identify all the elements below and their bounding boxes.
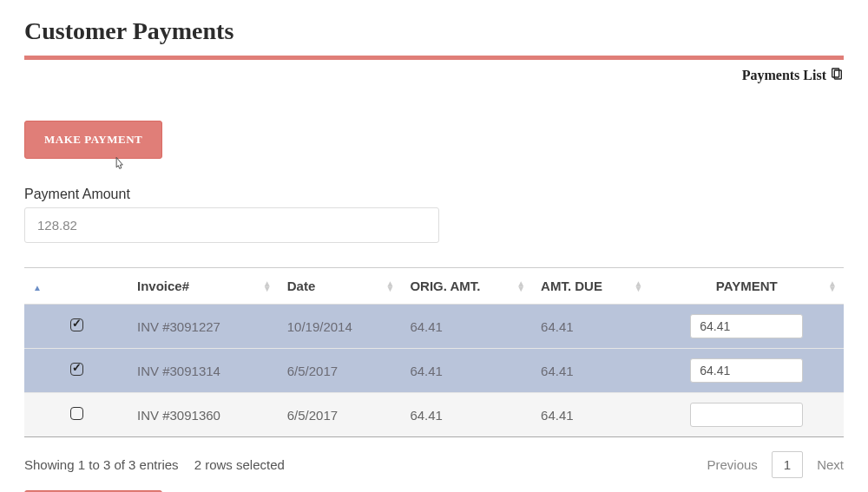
cell-invoice: INV #3091360 [128,393,279,437]
cell-orig_amt: 64.41 [401,349,532,393]
checkbox-cell [24,393,128,437]
checkbox-cell [24,349,128,393]
table-footer: Showing 1 to 3 of 3 entries 2 rows selec… [24,451,844,478]
invoice-table: ▲ Invoice# ▲▼ Date ▲▼ ORIG. AMT. ▲▼ AMT.… [24,268,844,436]
previous-button[interactable]: Previous [707,457,757,472]
cell-payment [649,349,844,393]
payments-list-label: Payments List [742,68,826,83]
col-invoice[interactable]: Invoice# ▲▼ [128,268,279,305]
sort-icon: ▲▼ [386,281,395,292]
cell-date: 6/5/2017 [279,349,402,393]
sort-asc-icon: ▲ [33,283,42,292]
cell-orig_amt: 64.41 [401,393,532,437]
sort-icon: ▲▼ [516,281,525,292]
cell-amt_due: 64.41 [532,305,649,349]
sort-icon: ▲▼ [635,281,643,292]
col-invoice-label: Invoice# [137,279,189,293]
col-orig-amt[interactable]: ORIG. AMT. ▲▼ [401,268,532,305]
payment-amount-label: Payment Amount [24,187,844,202]
title-underline [24,56,844,60]
cell-amt_due: 64.41 [532,349,649,393]
page-number[interactable]: 1 [772,451,803,478]
cell-amt_due: 64.41 [532,393,649,437]
row-checkbox[interactable] [70,407,83,420]
cell-payment [649,393,844,437]
col-select[interactable]: ▲ [24,268,128,305]
cell-date: 10/19/2014 [279,305,402,349]
cursor-pointer-icon [111,156,127,177]
selected-count-text: 2 rows selected [194,457,285,472]
cell-payment [649,305,844,349]
col-date-label: Date [287,279,316,293]
showing-text: Showing 1 to 3 of 3 entries [24,457,179,472]
table-row[interactable]: INV #30913606/5/201764.4164.41 [24,393,844,437]
table-row[interactable]: INV #309122710/19/201464.4164.41 [24,305,844,349]
col-date[interactable]: Date ▲▼ [279,268,402,305]
payments-list-link[interactable]: Payments List [24,67,844,84]
sort-icon: ▲▼ [828,281,837,292]
payment-input[interactable] [690,358,803,383]
list-icon [830,67,844,84]
payment-input[interactable] [690,314,803,338]
checkbox-cell [24,305,128,349]
cell-invoice: INV #3091227 [128,305,279,349]
table-row[interactable]: INV #30913146/5/201764.4164.41 [24,349,844,393]
col-amt-due-label: AMT. DUE [541,279,602,293]
page-title: Customer Payments [24,17,844,45]
cell-orig_amt: 64.41 [401,305,532,349]
next-button[interactable]: Next [817,457,844,472]
row-checkbox[interactable] [70,318,83,331]
payment-input[interactable] [690,403,803,427]
pager: Previous 1 Next [707,451,844,478]
cell-invoice: INV #3091314 [128,349,279,393]
invoice-table-wrap: ▲ Invoice# ▲▼ Date ▲▼ ORIG. AMT. ▲▼ AMT.… [24,267,844,437]
col-orig-amt-label: ORIG. AMT. [410,279,480,293]
col-amt-due[interactable]: AMT. DUE ▲▼ [532,268,649,305]
cell-date: 6/5/2017 [279,393,402,437]
col-payment[interactable]: PAYMENT ▲▼ [649,268,844,305]
row-checkbox[interactable] [70,363,83,376]
sort-icon: ▲▼ [263,281,272,292]
payment-amount-input[interactable] [24,207,439,243]
make-payment-button-top[interactable]: MAKE PAYMENT [24,121,162,159]
col-payment-label: PAYMENT [716,279,778,293]
